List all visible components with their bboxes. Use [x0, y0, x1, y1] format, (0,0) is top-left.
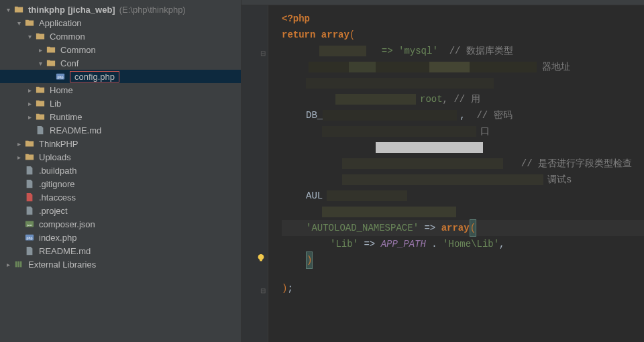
lightbulb-icon[interactable] — [256, 253, 266, 263]
code-punct: ( — [470, 219, 476, 237]
project-root-name: thinkphp — [28, 5, 65, 15]
folder-icon — [35, 31, 46, 42]
code-text: APP_PATH — [381, 236, 426, 252]
tree-item-common-sub[interactable]: ▸ Common — [0, 43, 241, 56]
svg-rect-8 — [20, 262, 22, 268]
tree-item-readme2[interactable]: README.md — [0, 244, 241, 258]
file-icon — [24, 165, 35, 176]
code-editor[interactable]: ⊟ ⊟ <?php return array( => 'mysql' // 数据… — [241, 5, 644, 342]
code-comment: 器地址 — [542, 59, 570, 75]
fold-icon[interactable]: ⊟ — [260, 50, 266, 57]
code-text: <?php — [282, 11, 310, 27]
folder-icon — [24, 152, 35, 162]
code-comment: // 是否进行字段类型检查 — [521, 156, 632, 172]
svg-text:php: php — [27, 236, 33, 240]
code-text: => — [424, 220, 435, 236]
code-text: => 'mysql' — [382, 43, 438, 59]
tree-root[interactable]: ▾ thinkphp [jicha_web] (E:\php\thinkphp) — [0, 3, 241, 16]
fold-icon[interactable]: ⊟ — [260, 287, 266, 294]
chevron-down-icon[interactable]: ▾ — [36, 60, 44, 67]
tree-item-project[interactable]: .project — [0, 204, 241, 217]
project-root-path: (E:\php\thinkphp) — [119, 5, 186, 15]
tree-item-config-php[interactable]: php config.php — [0, 70, 241, 83]
file-icon — [24, 245, 35, 256]
svg-text:php: php — [58, 75, 64, 79]
tree-item-buildpath[interactable]: .buildpath — [0, 164, 241, 177]
tree-item-uploads[interactable]: ▸ Uploads — [0, 150, 241, 164]
tree-item-application[interactable]: ▾ Application — [0, 16, 241, 30]
chevron-down-icon[interactable]: ▾ — [15, 19, 23, 27]
svg-point-9 — [258, 254, 264, 260]
code-punct: ) — [306, 251, 313, 269]
tree-item-composer[interactable]: json composer.json — [0, 217, 241, 231]
chevron-right-icon[interactable]: ▸ — [25, 87, 34, 94]
project-tree-panel: ▾ thinkphp [jicha_web] (E:\php\thinkphp)… — [0, 0, 241, 342]
code-text: 'Home\Lib' — [443, 236, 499, 252]
json-file-icon: json — [24, 219, 35, 229]
code-punct: ; — [287, 280, 292, 296]
folder-icon — [24, 138, 35, 149]
chevron-right-icon[interactable]: ▸ — [4, 261, 12, 268]
tree-item-home[interactable]: ▸ Home — [0, 83, 241, 97]
code-comment: , // 用 — [443, 91, 480, 107]
chevron-right-icon[interactable]: ▸ — [15, 140, 23, 148]
folder-icon — [24, 17, 35, 28]
tree-item-common[interactable]: ▾ Common — [0, 30, 241, 43]
file-icon — [24, 205, 35, 216]
tree-item-thinkphp[interactable]: ▸ ThinkPHP — [0, 137, 241, 150]
svg-rect-6 — [15, 262, 17, 268]
code-punct: ) — [282, 280, 287, 296]
folder-icon — [46, 44, 56, 55]
folder-icon — [46, 58, 56, 68]
chevron-right-icon[interactable]: ▸ — [36, 46, 44, 54]
editor-tabbar[interactable] — [241, 0, 644, 5]
project-root-qualifier: [jicha_web] — [68, 5, 115, 15]
folder-icon — [13, 4, 24, 15]
folder-icon — [35, 84, 46, 95]
tree-item-external-libs[interactable]: ▸ External Libraries — [0, 258, 241, 271]
editor-pane: ⊟ ⊟ <?php return array( => 'mysql' // 数据… — [241, 0, 644, 342]
chevron-down-icon[interactable]: ▾ — [25, 33, 34, 40]
tree-item-gitignore[interactable]: .gitignore — [0, 177, 241, 190]
code-content[interactable]: <?php return array( => 'mysql' // 数据库类型 — [282, 11, 644, 296]
code-keyword: array — [441, 220, 470, 236]
svg-rect-10 — [260, 260, 262, 262]
chevron-right-icon[interactable]: ▸ — [25, 100, 34, 107]
tree-item-runtime[interactable]: ▸ Runtime — [0, 110, 241, 123]
code-text: AUL — [306, 188, 323, 204]
code-comment: // 数据库类型 — [449, 43, 513, 59]
code-comment: 调试s — [547, 172, 572, 188]
svg-text:json: json — [26, 223, 33, 227]
chevron-down-icon[interactable]: ▾ — [4, 6, 12, 13]
htaccess-file-icon — [24, 192, 35, 203]
project-tree: ▾ thinkphp [jicha_web] (E:\php\thinkphp)… — [0, 0, 241, 274]
folder-icon — [35, 111, 46, 122]
file-icon — [35, 125, 46, 135]
code-punct: ( — [350, 27, 355, 43]
chevron-right-icon[interactable]: ▸ — [25, 113, 34, 121]
chevron-right-icon[interactable]: ▸ — [15, 154, 23, 161]
folder-icon — [35, 98, 46, 109]
tree-item-htaccess[interactable]: .htaccess — [0, 190, 241, 204]
tree-item-readme1[interactable]: README.md — [0, 123, 241, 137]
tree-item-indexphp[interactable]: php index.php — [0, 231, 241, 244]
editor-gutter: ⊟ ⊟ — [241, 5, 268, 342]
tree-item-lib[interactable]: ▸ Lib — [0, 97, 241, 110]
code-keyword: return — [282, 27, 315, 43]
code-keyword: array — [321, 27, 350, 43]
php-file-icon: php — [24, 232, 35, 243]
code-comment: // 密码 — [476, 107, 512, 123]
tree-item-conf[interactable]: ▾ Conf — [0, 56, 241, 70]
library-icon — [13, 259, 24, 270]
code-text: . — [426, 236, 443, 252]
svg-rect-7 — [17, 262, 19, 268]
file-icon — [24, 178, 35, 189]
php-file-icon: php — [55, 71, 66, 82]
